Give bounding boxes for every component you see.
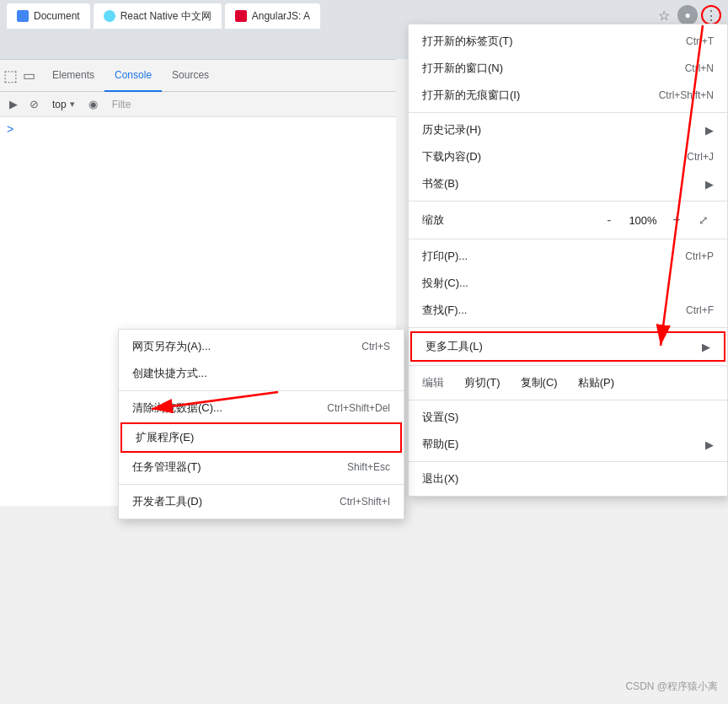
menu-zoom-row: 缩放 - 100% + ⤢	[409, 205, 727, 235]
console-prompt[interactable]: >	[7, 122, 13, 136]
top-right-icons: ☆ ● ⋮	[654, 5, 721, 25]
divider-4	[409, 327, 727, 328]
zoom-minus-btn[interactable]: -	[599, 210, 619, 230]
tab-favicon-angular	[235, 10, 247, 22]
divider-2	[409, 201, 727, 202]
menu-bookmark[interactable]: 书签(B) ▶	[409, 170, 727, 197]
devtools-dropdown[interactable]: ▾	[70, 99, 75, 110]
menu-incognito[interactable]: 打开新的无痕窗口(I) Ctrl+Shift+N	[409, 82, 727, 109]
devtools-tabs: ⬚ ▭ Elements Console Sources	[0, 60, 396, 92]
menu-find[interactable]: 查找(F)... Ctrl+F	[409, 297, 727, 324]
menu-new-window[interactable]: 打开新的窗口(N) Ctrl+N	[409, 55, 727, 82]
devtools-mobile-icon[interactable]: ▭	[23, 67, 35, 83]
menu-history[interactable]: 历史记录(H) ▶	[409, 116, 727, 143]
menu-copy[interactable]: 复制(C)	[521, 375, 558, 390]
menu-more-tools[interactable]: 更多工具(L) ▶	[410, 331, 725, 362]
avatar-icon[interactable]: ●	[677, 5, 698, 25]
tab-favicon-react	[104, 10, 115, 22]
menu-download[interactable]: 下载内容(D) Ctrl+J	[409, 143, 727, 170]
menu-edit-row: 编辑 剪切(T) 复制(C) 粘贴(P)	[409, 369, 727, 396]
tab-favicon-doc	[17, 10, 29, 22]
zoom-fullscreen-btn[interactable]: ⤢	[693, 210, 714, 230]
menu-help[interactable]: 帮助(E) ▶	[409, 431, 727, 458]
devtools-block-btn[interactable]: ⊘	[25, 96, 42, 113]
tab-elements[interactable]: Elements	[42, 60, 104, 92]
divider-5	[409, 365, 727, 366]
tab-sources[interactable]: Sources	[162, 60, 219, 92]
devtools-play-btn[interactable]: ▶	[5, 96, 22, 113]
tab-document[interactable]: Document	[7, 3, 90, 29]
devtools-inspect-icon[interactable]: ⬚	[3, 67, 18, 85]
submenu-devtools[interactable]: 开发者工具(D) Ctrl+Shift+I	[119, 488, 404, 515]
watermark: CSDN @程序猿小离	[625, 680, 718, 694]
zoom-controls: - 100% + ⤢	[599, 210, 714, 230]
divider-7	[409, 461, 727, 462]
zoom-plus-btn[interactable]: +	[666, 210, 687, 230]
tab-react[interactable]: React Native 中文网	[94, 3, 222, 29]
devtools-toolbar: ▶ ⊘ top ▾ ◉ Filte	[0, 92, 396, 117]
main-dropdown-menu: 打开新的标签页(T) Ctrl+T 打开新的窗口(N) Ctrl+N 打开新的无…	[408, 24, 728, 497]
menu-new-tab[interactable]: 打开新的标签页(T) Ctrl+T	[409, 28, 727, 55]
submenu-save-as[interactable]: 网页另存为(A)... Ctrl+S	[119, 333, 404, 360]
submenu-task-manager[interactable]: 任务管理器(T) Shift+Esc	[119, 454, 404, 481]
devtools-selector: top ▾	[52, 99, 75, 110]
zoom-value: 100%	[626, 214, 660, 227]
submenu-divider-2	[119, 484, 404, 485]
menu-icon[interactable]: ⋮	[701, 5, 721, 25]
menu-settings[interactable]: 设置(S)	[409, 404, 727, 431]
devtools-filter-label: Filte	[112, 99, 391, 110]
tab-console[interactable]: Console	[104, 60, 162, 92]
divider-3	[409, 239, 727, 239]
menu-paste[interactable]: 粘贴(P)	[578, 375, 614, 390]
submenu-divider-1	[119, 390, 404, 391]
menu-cast[interactable]: 投射(C)...	[409, 270, 727, 297]
submenu-extensions[interactable]: 扩展程序(E)	[120, 422, 402, 453]
menu-exit[interactable]: 退出(X)	[409, 465, 727, 492]
submenu-more-tools: 网页另存为(A)... Ctrl+S 创建快捷方式... 清除浏览数据(C)..…	[118, 329, 404, 519]
submenu-clear-data[interactable]: 清除浏览数据(C)... Ctrl+Shift+Del	[119, 395, 404, 422]
star-icon[interactable]: ☆	[654, 5, 674, 25]
devtools-eye-btn[interactable]: ◉	[85, 96, 102, 113]
tab-angular[interactable]: AngularJS: A	[225, 3, 320, 29]
divider-6	[409, 400, 727, 400]
divider-1	[409, 112, 727, 113]
submenu-shortcut[interactable]: 创建快捷方式...	[119, 360, 404, 387]
menu-print[interactable]: 打印(P)... Ctrl+P	[409, 243, 727, 270]
menu-cut[interactable]: 剪切(T)	[464, 375, 500, 390]
